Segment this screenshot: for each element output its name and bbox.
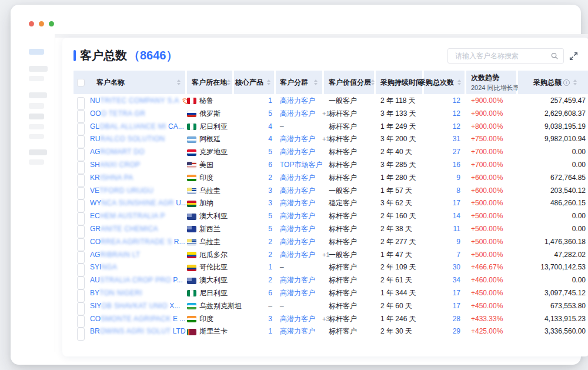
sidebar-item-placeholder[interactable] — [29, 103, 44, 109]
info-icon[interactable]: i — [563, 79, 570, 86]
core-products-cell[interactable]: 4 — [225, 121, 272, 134]
segment-link[interactable]: 高潜力客户 — [280, 274, 315, 287]
segment-link[interactable]: 高潜力客户 — [280, 133, 315, 146]
column-header-1[interactable]: 客户名称 — [74, 71, 185, 94]
sidebar-item-placeholder[interactable] — [29, 92, 47, 98]
customer-name-link[interactable]: SYINGA — [90, 261, 117, 274]
search-icon[interactable] — [550, 52, 559, 60]
sidebar-item-placeholder[interactable] — [29, 134, 44, 139]
purchase-count-cell[interactable]: 11 — [426, 223, 460, 236]
customer-name-link[interactable]: WYNCA SUNSHINE AGR U... — [90, 197, 187, 210]
search-input[interactable] — [454, 51, 550, 61]
segment-link[interactable]: 高潜力客户 — [280, 236, 315, 249]
column-header-8[interactable]: 次数趋势2024 同比增长率 — [466, 71, 516, 94]
purchase-count-cell[interactable]: 8 — [426, 185, 460, 198]
customer-name-link[interactable]: RURALCO SOLUTION — [90, 133, 165, 146]
customer-name-link[interactable]: GLOBAL ALLIANCE MI CA... — [90, 121, 184, 134]
segment-link[interactable]: 高潜力客户 — [280, 325, 315, 338]
core-products-cell[interactable]: 4 — [225, 133, 272, 146]
fullscreen-expand-icon[interactable] — [569, 51, 579, 61]
sort-icon[interactable] — [227, 79, 230, 85]
customer-name-link[interactable]: KRISHNA PA — [90, 172, 133, 185]
segment-link[interactable]: 高潜力客户 — [280, 95, 315, 108]
purchase-count-cell[interactable]: 12 — [426, 95, 460, 108]
zoom-window-button[interactable] — [49, 21, 54, 26]
core-products-cell[interactable]: 5 — [225, 210, 272, 223]
column-header-2[interactable]: 客户所在地 — [187, 71, 232, 94]
core-products-cell[interactable]: 3 — [225, 185, 272, 198]
core-products-cell[interactable]: 1 — [225, 95, 272, 108]
core-products-cell[interactable]: 2 — [225, 236, 272, 249]
segment-link[interactable]: 高潜力客户 — [280, 210, 315, 223]
purchase-count-cell[interactable]: 12 — [426, 108, 460, 121]
purchase-count-cell[interactable]: 12 — [426, 121, 460, 134]
sidebar-item-placeholder[interactable] — [29, 114, 44, 119]
customer-name-link[interactable]: COSMONTE AGRIPACK E ... — [90, 313, 185, 326]
customer-name-link[interactable]: OOO TETRA GR — [90, 108, 145, 121]
select-all-checkbox[interactable] — [77, 79, 85, 86]
customer-name-link[interactable]: CORREA AGRITRADE S R... — [90, 236, 185, 249]
customer-name-link[interactable]: SIYOB SHAVKAT UNIO X... — [90, 300, 180, 313]
purchase-count-cell[interactable]: 9 — [426, 236, 460, 249]
sidebar-item-placeholder[interactable] — [29, 149, 47, 155]
sidebar-item-placeholder[interactable] — [29, 66, 48, 72]
segment-link[interactable]: TOP市场客户 — [280, 159, 322, 172]
customer-name-link[interactable]: BROWINS AGRI SOLUT LTD — [90, 325, 186, 338]
minimize-window-button[interactable] — [39, 21, 44, 26]
customer-name-link[interactable]: NUTRITEC COMPANY S.A — [90, 95, 179, 108]
segment-link[interactable]: 高潜力客户 — [280, 313, 315, 326]
segment-link[interactable]: 高潜力客户 — [280, 108, 315, 121]
core-products-cell[interactable]: 2 — [225, 274, 272, 287]
core-products-cell[interactable]: 3 — [225, 313, 272, 326]
customer-name-link[interactable]: BYTON NIGERI — [90, 287, 142, 300]
close-window-button[interactable] — [29, 21, 34, 26]
column-header-9[interactable]: 采购总额i — [518, 71, 588, 94]
sort-icon[interactable] — [573, 79, 577, 85]
sort-icon[interactable] — [457, 79, 461, 85]
core-products-cell[interactable]: 3 — [225, 197, 272, 210]
purchase-count-cell[interactable]: 17 — [426, 287, 460, 300]
purchase-count-cell[interactable]: 7 — [426, 249, 460, 262]
sidebar-item-placeholder[interactable] — [29, 159, 44, 165]
core-products-cell[interactable]: 5 — [225, 108, 272, 121]
customer-name-link[interactable]: SHANXI CROP — [90, 159, 140, 172]
sort-icon[interactable] — [371, 79, 375, 85]
purchase-count-cell[interactable]: 31 — [426, 133, 460, 146]
sort-icon[interactable] — [267, 79, 270, 85]
column-header-5[interactable]: 客户价值分层 — [324, 71, 374, 94]
customer-name-link[interactable]: GRANITE CHEMICA — [90, 223, 158, 236]
core-products-cell[interactable]: 5 — [225, 146, 272, 159]
purchase-count-cell[interactable]: 34 — [426, 274, 460, 287]
row-checkbox[interactable] — [77, 328, 85, 341]
purchase-count-cell[interactable]: 14 — [426, 210, 460, 223]
column-header-4[interactable]: 客户分群 — [276, 71, 322, 94]
segment-link[interactable]: 高潜力客户 — [280, 287, 315, 300]
column-header-6[interactable]: 采购持续时间 — [376, 71, 422, 94]
purchase-count-cell[interactable]: 29 — [426, 325, 460, 338]
sidebar-item-placeholder[interactable] — [29, 76, 44, 81]
core-products-cell[interactable]: 6 — [225, 159, 272, 172]
customer-name-link[interactable]: ECHEM AUSTRALIA P — [90, 210, 165, 223]
customer-name-link[interactable]: AUSTRALIA CROP PRO P... — [90, 274, 183, 287]
sort-icon[interactable] — [177, 79, 181, 85]
purchase-count-cell[interactable]: 16 — [426, 159, 460, 172]
segment-link[interactable]: 高潜力客户 — [280, 146, 315, 159]
core-products-cell[interactable]: 6 — [225, 287, 272, 300]
segment-link[interactable]: 高潜力客户 — [280, 223, 315, 236]
column-header-3[interactable]: 核心产品 — [234, 71, 274, 94]
column-header-7[interactable]: 采购总次数 — [424, 71, 465, 94]
purchase-count-cell[interactable]: 17 — [426, 197, 460, 210]
segment-link[interactable]: 高潜力客户 — [280, 185, 315, 198]
customer-name-link[interactable]: AGROMART DO — [90, 146, 145, 159]
purchase-count-cell[interactable]: 30 — [426, 261, 460, 274]
purchase-count-cell[interactable]: 17 — [426, 300, 460, 313]
segment-link[interactable]: 高潜力客户 — [280, 197, 315, 210]
core-products-cell[interactable]: 1 — [225, 325, 272, 338]
core-products-cell[interactable]: 5 — [225, 223, 272, 236]
core-products-cell[interactable]: 2 — [225, 172, 272, 185]
sort-icon[interactable] — [314, 79, 318, 85]
purchase-count-cell[interactable]: 9 — [426, 172, 460, 185]
segment-link[interactable]: 高潜力客户 — [280, 249, 315, 262]
sidebar-item-placeholder[interactable] — [29, 124, 44, 129]
core-products-cell[interactable]: 2 — [225, 249, 272, 262]
